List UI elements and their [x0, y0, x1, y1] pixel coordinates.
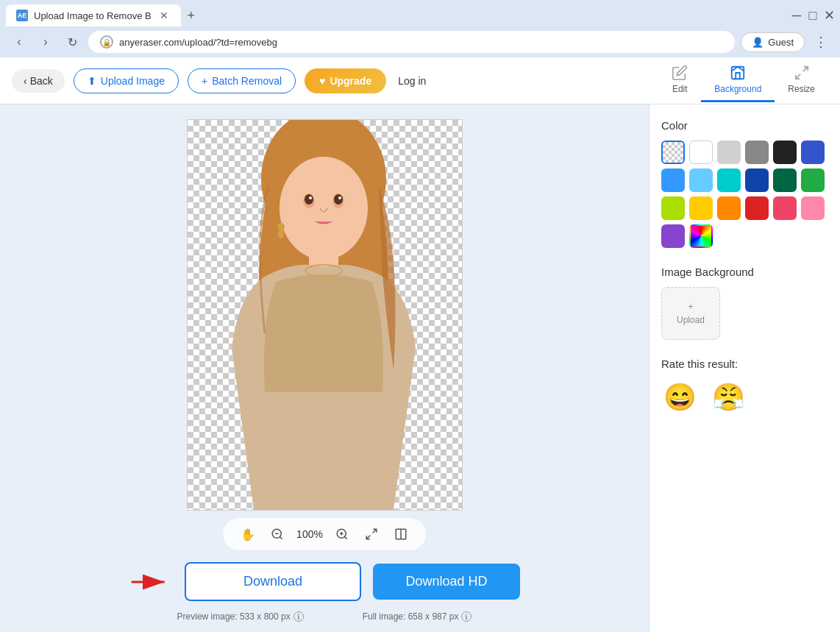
main-content: ✋ 100%	[0, 104, 840, 632]
full-info-icon[interactable]: ℹ	[461, 611, 471, 622]
tab-close-button[interactable]: ✕	[157, 9, 171, 22]
color-orange[interactable]	[717, 196, 741, 220]
arrow-indicator	[129, 564, 173, 600]
svg-point-11	[309, 196, 312, 199]
svg-line-16	[280, 536, 282, 539]
edit-tab-label: Edit	[672, 84, 688, 94]
color-navy[interactable]	[745, 168, 769, 192]
pan-tool-button[interactable]: ✋	[238, 524, 258, 544]
upload-bg-button[interactable]: + Upload	[661, 287, 720, 340]
happy-emoji-button[interactable]: 😄	[661, 379, 698, 416]
svg-line-1	[802, 67, 807, 71]
angry-emoji-button[interactable]: 😤	[710, 379, 747, 416]
image-container[interactable]	[187, 119, 463, 511]
upload-bg-label: Upload	[677, 315, 705, 325]
color-pink[interactable]	[801, 196, 825, 220]
right-panel: Color	[649, 104, 840, 632]
preview-info-icon[interactable]: ℹ	[293, 611, 304, 622]
batch-label: Batch Removal	[212, 75, 282, 87]
color-lightgray[interactable]	[717, 141, 741, 164]
minimize-button[interactable]: ─	[791, 10, 802, 21]
download-area: Download Download HD Preview image: 533 …	[15, 562, 634, 622]
reload-button[interactable]: ↻	[62, 32, 82, 52]
tab-edit[interactable]: Edit	[658, 59, 701, 102]
color-red[interactable]	[745, 196, 769, 220]
new-tab-button[interactable]: +	[181, 5, 202, 26]
svg-point-14	[278, 230, 284, 238]
svg-line-19	[344, 536, 346, 539]
maximize-button[interactable]: □	[808, 10, 818, 21]
color-rainbow[interactable]	[689, 224, 713, 248]
svg-point-9	[305, 194, 313, 205]
color-black[interactable]	[773, 141, 797, 164]
color-lime[interactable]	[661, 196, 685, 220]
color-pinkred[interactable]	[773, 196, 797, 220]
upload-icon: ⬆	[88, 75, 96, 87]
zoom-level: 100%	[296, 528, 323, 540]
zoom-out-button[interactable]	[267, 524, 288, 544]
full-info-text: Full image: 658 x 987 px	[363, 611, 459, 622]
upload-image-button[interactable]: ⬆ Upload Image	[74, 68, 179, 93]
fit-screen-button[interactable]	[361, 524, 382, 544]
color-transparent[interactable]	[661, 141, 685, 164]
person-image	[210, 119, 438, 510]
image-bg-title: Image Background	[661, 266, 828, 278]
login-button[interactable]: Log in	[398, 75, 426, 87]
guest-label: Guest	[768, 37, 794, 48]
upgrade-button[interactable]: ♥ Upgrade	[305, 68, 386, 93]
svg-point-10	[334, 194, 343, 205]
download-row: Download Download HD	[129, 562, 520, 601]
color-grid	[661, 141, 828, 248]
url-text: anyeraser.com/upload/?td=removebg	[119, 37, 277, 48]
tab-title: Upload Image to Remove B	[34, 10, 152, 21]
heart-icon: ♥	[319, 75, 325, 87]
color-green[interactable]	[801, 168, 825, 192]
title-bar: AE Upload Image to Remove B ✕ + ─ □ ✕	[0, 0, 840, 26]
browser-chrome: AE Upload Image to Remove B ✕ + ─ □ ✕ ‹ …	[0, 0, 840, 57]
more-options-button[interactable]: ⋮	[811, 32, 831, 52]
color-teal[interactable]	[717, 168, 741, 192]
color-darkteal[interactable]	[773, 168, 797, 192]
plus-icon: +	[688, 302, 693, 312]
canvas-area: ✋ 100%	[0, 104, 649, 632]
upload-label: Upload Image	[101, 75, 165, 87]
color-blue[interactable]	[661, 168, 685, 192]
tab-background[interactable]: Background	[701, 59, 775, 102]
color-lightblue[interactable]	[689, 168, 713, 192]
back-button[interactable]: ‹ Back	[12, 69, 65, 93]
svg-point-13	[277, 223, 285, 230]
emoji-row: 😄 😤	[661, 379, 828, 416]
svg-line-22	[372, 529, 376, 533]
download-button[interactable]: Download	[185, 562, 361, 601]
guest-button[interactable]: 👤 Guest	[741, 32, 805, 52]
background-icon	[730, 65, 746, 81]
resize-tab-label: Resize	[788, 84, 815, 94]
color-yellow[interactable]	[689, 196, 713, 220]
preview-info: Preview image: 533 x 800 px ℹ	[177, 611, 304, 622]
batch-removal-button[interactable]: + Batch Removal	[188, 68, 296, 93]
color-gray[interactable]	[745, 141, 769, 164]
color-purple[interactable]	[661, 224, 685, 248]
active-tab[interactable]: AE Upload Image to Remove B ✕	[6, 4, 181, 26]
back-nav-button[interactable]: ‹	[9, 32, 29, 52]
svg-line-2	[795, 74, 800, 79]
preview-info-text: Preview image: 533 x 800 px	[177, 611, 291, 622]
guest-icon: 👤	[752, 37, 764, 48]
full-info: Full image: 658 x 987 px ℹ	[363, 611, 472, 622]
download-hd-button[interactable]: Download HD	[373, 564, 520, 600]
compare-button[interactable]	[391, 524, 411, 544]
download-hd-label: Download HD	[405, 574, 487, 589]
color-white[interactable]	[689, 141, 713, 164]
download-label: Download	[243, 574, 302, 589]
lock-icon: 🔒	[100, 35, 113, 49]
forward-nav-button[interactable]: ›	[35, 32, 56, 52]
resize-icon	[794, 65, 810, 81]
address-field[interactable]: 🔒 anyeraser.com/upload/?td=removebg	[88, 31, 735, 53]
color-darkblue[interactable]	[801, 141, 825, 164]
tab-resize[interactable]: Resize	[775, 59, 828, 102]
close-button[interactable]: ✕	[824, 10, 834, 21]
zoom-in-button[interactable]	[332, 524, 352, 544]
image-background-section: Image Background + Upload	[661, 266, 828, 340]
plus-icon: +	[202, 75, 207, 87]
address-bar-row: ‹ › ↻ 🔒 anyeraser.com/upload/?td=removeb…	[0, 26, 840, 57]
